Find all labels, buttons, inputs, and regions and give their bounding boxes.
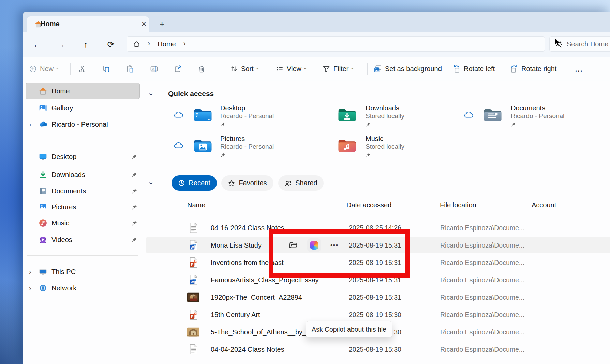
pin-icon[interactable] bbox=[131, 220, 138, 226]
tab-close-icon[interactable]: ✕ bbox=[139, 20, 149, 28]
sidebar-item-onedrive-personal[interactable]: › Ricardo - Personal bbox=[23, 116, 143, 132]
sidebar-item-this-pc[interactable]: › This PC bbox=[23, 264, 143, 280]
quick-access-card-pictures[interactable] bbox=[193, 138, 213, 155]
quick-access-card-desktop[interactable] bbox=[193, 107, 213, 124]
file-row[interactable]: 1920px-The_Concert_A22894 2025-08-19 15:… bbox=[146, 289, 610, 305]
sidebar-item-desktop[interactable]: Desktop bbox=[23, 148, 143, 165]
tab-shared[interactable]: Shared bbox=[278, 175, 324, 191]
new-button[interactable]: New › bbox=[29, 57, 59, 81]
open-folder-icon[interactable] bbox=[289, 241, 298, 250]
clock-icon bbox=[178, 179, 185, 187]
sort-label: Sort bbox=[241, 65, 254, 73]
folder-name: Pictures bbox=[220, 134, 274, 143]
tab-favorites-label: Favorites bbox=[239, 179, 267, 187]
file-row[interactable]: 04-04-2024 Class Notes 2025-08-19 15:30 … bbox=[146, 341, 610, 358]
new-tab-button[interactable]: + bbox=[157, 16, 167, 32]
chevron-right-icon[interactable]: › bbox=[29, 268, 31, 276]
home-icon bbox=[39, 86, 47, 95]
chevron-right-icon[interactable]: › bbox=[29, 121, 31, 128]
column-header-file-location[interactable]: File location bbox=[440, 201, 476, 209]
file-location: Ricardo Espinoza\Docume... bbox=[440, 294, 524, 301]
pin-icon[interactable] bbox=[131, 204, 138, 210]
sidebar-item-pictures[interactable]: Pictures bbox=[23, 199, 143, 215]
rotate-right-button[interactable]: Rotate right bbox=[510, 57, 556, 81]
column-header-date-accessed[interactable]: Date accessed bbox=[346, 201, 391, 209]
file-location: Ricardo Espinoza\Docume... bbox=[440, 328, 524, 336]
paste-button[interactable] bbox=[126, 57, 134, 81]
chevron-down-icon[interactable]: › bbox=[147, 182, 155, 184]
sidebar-item-downloads[interactable]: Downloads bbox=[23, 167, 143, 183]
gallery-icon bbox=[39, 104, 47, 112]
tab-title: Home bbox=[41, 20, 60, 28]
sidebar-item-home[interactable]: Home bbox=[23, 83, 143, 99]
documents-icon bbox=[39, 187, 47, 195]
quick-access-card-documents[interactable] bbox=[483, 107, 503, 124]
up-icon[interactable]: ↑ bbox=[78, 32, 93, 57]
sort-button[interactable]: Sort › bbox=[230, 57, 258, 81]
rotate-right-icon bbox=[510, 65, 518, 73]
chevron-down-icon[interactable]: › bbox=[147, 93, 155, 95]
file-date: 2025-08-19 15:31 bbox=[349, 259, 401, 267]
rename-button[interactable]: A bbox=[150, 57, 158, 81]
file-row[interactable]: 04-16-2024 Class Notes 2025-08-25 14:26 … bbox=[146, 220, 610, 236]
sidebar-item-label: Desktop bbox=[51, 153, 76, 161]
quick-access-card-downloads[interactable] bbox=[337, 107, 357, 124]
text-document-icon bbox=[189, 344, 198, 355]
breadcrumb-item-home[interactable]: Home bbox=[158, 40, 176, 48]
file-row[interactable]: P Inventions from the past 2025-08-19 15… bbox=[146, 254, 610, 271]
set-as-background-button[interactable]: Set as background bbox=[373, 57, 442, 81]
filter-icon bbox=[322, 65, 330, 73]
quick-access-card-desktop-text[interactable]: Desktop Ricardo - Personal bbox=[220, 104, 274, 128]
pin-icon[interactable] bbox=[131, 188, 138, 194]
quick-access-card-music-text[interactable]: Music Stored locally bbox=[366, 134, 404, 159]
svg-text:W: W bbox=[191, 280, 194, 284]
file-row[interactable]: P 15th Century Art 2025-08-19 15:30 Rica… bbox=[146, 306, 610, 323]
filter-button[interactable]: Filter › bbox=[322, 57, 354, 81]
set-as-background-label: Set as background bbox=[385, 65, 442, 73]
file-row[interactable]: W FamousArtists_Class_ProjectEssay 2025-… bbox=[146, 272, 610, 288]
powerpoint-document-icon: P bbox=[189, 257, 198, 268]
pin-icon[interactable] bbox=[131, 154, 138, 160]
ask-copilot-button[interactable] bbox=[307, 238, 321, 252]
quick-access-card-downloads-text[interactable]: Downloads Stored locally bbox=[366, 104, 404, 128]
column-header-name[interactable]: Name bbox=[187, 201, 205, 209]
delete-button[interactable] bbox=[198, 57, 206, 81]
tab-shared-label: Shared bbox=[295, 179, 317, 187]
sidebar-item-documents[interactable]: Documents bbox=[23, 183, 143, 199]
chevron-right-icon[interactable]: › bbox=[29, 284, 31, 292]
forward-icon[interactable]: → bbox=[54, 32, 69, 57]
more-options-icon[interactable]: ••• bbox=[330, 242, 339, 249]
tab-favorites[interactable]: Favorites bbox=[221, 175, 273, 191]
sidebar-item-music[interactable]: Music bbox=[23, 215, 143, 231]
see-more-button[interactable]: … bbox=[575, 57, 583, 81]
file-explorer-window: Home ✕ + ← → ↑ ⟳ › Home › bbox=[23, 12, 610, 364]
tab-recent[interactable]: Recent bbox=[172, 175, 217, 191]
sidebar-divider bbox=[27, 255, 138, 256]
cut-button[interactable] bbox=[78, 57, 86, 81]
quick-access-card-pictures-text[interactable]: Pictures Ricardo - Personal bbox=[220, 134, 274, 159]
ellipsis-icon: … bbox=[575, 64, 583, 74]
sidebar-item-videos[interactable]: Videos bbox=[23, 232, 143, 248]
folder-name: Downloads bbox=[366, 104, 404, 112]
refresh-icon[interactable]: ⟳ bbox=[103, 32, 118, 57]
music-folder-icon bbox=[337, 138, 357, 154]
sidebar-item-network[interactable]: › Network bbox=[23, 280, 143, 296]
text-document-icon bbox=[189, 222, 198, 233]
quick-access-card-documents-text[interactable]: Documents Ricardo - Personal bbox=[511, 104, 564, 128]
sidebar-item-gallery[interactable]: Gallery bbox=[23, 100, 143, 116]
rotate-left-button[interactable]: Rotate left bbox=[452, 57, 495, 81]
pin-icon[interactable] bbox=[131, 172, 138, 178]
pin-icon[interactable] bbox=[131, 237, 138, 243]
view-button[interactable]: View › bbox=[276, 57, 307, 81]
quick-access-card-music[interactable] bbox=[337, 138, 357, 155]
file-row-mona-lisa[interactable]: W Mona Lisa Study ••• 2025-08-19 15:31 R… bbox=[146, 237, 610, 253]
tab-home[interactable]: Home ✕ bbox=[27, 16, 149, 32]
breadcrumb[interactable]: › Home › bbox=[127, 36, 545, 52]
share-button[interactable] bbox=[174, 57, 182, 81]
column-header-account[interactable]: Account bbox=[532, 201, 556, 209]
file-date: 2025-08-19 15:31 bbox=[349, 294, 401, 301]
view-icon bbox=[276, 65, 284, 73]
back-icon[interactable]: ← bbox=[30, 32, 45, 57]
copy-button[interactable] bbox=[102, 57, 110, 81]
search-input[interactable]: Search Home bbox=[549, 36, 610, 52]
